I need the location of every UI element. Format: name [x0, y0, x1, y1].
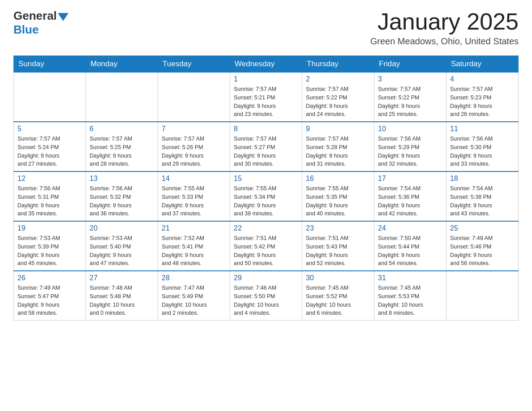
day-number: 10	[378, 125, 442, 133]
column-header-sunday: Sunday	[14, 56, 86, 73]
calendar-cell: 5Sunrise: 7:57 AM Sunset: 5:24 PM Daylig…	[14, 122, 86, 171]
day-number: 11	[450, 125, 515, 133]
calendar-cell: 11Sunrise: 7:56 AM Sunset: 5:30 PM Dayli…	[446, 122, 519, 171]
week-row-2: 5Sunrise: 7:57 AM Sunset: 5:24 PM Daylig…	[14, 122, 519, 171]
calendar-cell: 8Sunrise: 7:57 AM Sunset: 5:27 PM Daylig…	[230, 122, 302, 171]
column-header-friday: Friday	[374, 56, 446, 73]
day-number: 17	[378, 175, 442, 183]
day-number: 31	[378, 274, 442, 282]
week-row-3: 12Sunrise: 7:56 AM Sunset: 5:31 PM Dayli…	[14, 171, 519, 221]
week-row-4: 19Sunrise: 7:53 AM Sunset: 5:39 PM Dayli…	[14, 221, 519, 271]
calendar-cell: 29Sunrise: 7:46 AM Sunset: 5:50 PM Dayli…	[230, 271, 302, 321]
calendar-cell: 20Sunrise: 7:53 AM Sunset: 5:40 PM Dayli…	[86, 221, 158, 271]
day-info: Sunrise: 7:47 AM Sunset: 5:49 PM Dayligh…	[162, 284, 226, 317]
calendar-cell: 23Sunrise: 7:51 AM Sunset: 5:43 PM Dayli…	[302, 221, 374, 271]
calendar-cell: 10Sunrise: 7:56 AM Sunset: 5:29 PM Dayli…	[374, 122, 446, 171]
day-info: Sunrise: 7:49 AM Sunset: 5:46 PM Dayligh…	[450, 234, 515, 268]
calendar-cell: 9Sunrise: 7:57 AM Sunset: 5:28 PM Daylig…	[302, 122, 374, 171]
calendar-cell: 19Sunrise: 7:53 AM Sunset: 5:39 PM Dayli…	[14, 221, 86, 271]
calendar-cell: 24Sunrise: 7:50 AM Sunset: 5:44 PM Dayli…	[374, 221, 446, 271]
calendar-cell: 13Sunrise: 7:56 AM Sunset: 5:32 PM Dayli…	[86, 171, 158, 221]
day-number: 5	[17, 125, 82, 133]
day-info: Sunrise: 7:54 AM Sunset: 5:36 PM Dayligh…	[378, 184, 442, 218]
day-number: 22	[234, 224, 298, 232]
header-row: SundayMondayTuesdayWednesdayThursdayFrid…	[14, 56, 519, 73]
calendar-cell: 22Sunrise: 7:51 AM Sunset: 5:42 PM Dayli…	[230, 221, 302, 271]
calendar-cell: 25Sunrise: 7:49 AM Sunset: 5:46 PM Dayli…	[446, 221, 519, 271]
day-number: 25	[450, 224, 515, 232]
calendar-cell: 27Sunrise: 7:48 AM Sunset: 5:48 PM Dayli…	[86, 271, 158, 321]
week-row-1: 1Sunrise: 7:57 AM Sunset: 5:21 PM Daylig…	[14, 73, 519, 122]
day-info: Sunrise: 7:57 AM Sunset: 5:27 PM Dayligh…	[234, 135, 298, 168]
day-info: Sunrise: 7:57 AM Sunset: 5:21 PM Dayligh…	[234, 85, 298, 119]
calendar-cell: 28Sunrise: 7:47 AM Sunset: 5:49 PM Dayli…	[158, 271, 230, 321]
day-info: Sunrise: 7:57 AM Sunset: 5:22 PM Dayligh…	[378, 85, 442, 119]
day-number: 3	[378, 75, 442, 83]
day-number: 23	[306, 224, 370, 232]
day-number: 7	[162, 125, 226, 133]
day-number: 24	[378, 224, 442, 232]
calendar-cell: 31Sunrise: 7:45 AM Sunset: 5:53 PM Dayli…	[374, 271, 446, 321]
day-number: 2	[306, 75, 370, 83]
calendar-cell	[86, 73, 158, 122]
day-info: Sunrise: 7:45 AM Sunset: 5:52 PM Dayligh…	[306, 284, 370, 317]
calendar-table: SundayMondayTuesdayWednesdayThursdayFrid…	[13, 56, 519, 321]
day-number: 13	[90, 175, 154, 183]
day-info: Sunrise: 7:57 AM Sunset: 5:24 PM Dayligh…	[17, 135, 82, 168]
day-info: Sunrise: 7:57 AM Sunset: 5:25 PM Dayligh…	[90, 135, 154, 168]
calendar-cell: 30Sunrise: 7:45 AM Sunset: 5:52 PM Dayli…	[302, 271, 374, 321]
day-number: 9	[306, 125, 370, 133]
calendar-cell: 15Sunrise: 7:55 AM Sunset: 5:34 PM Dayli…	[230, 171, 302, 221]
day-info: Sunrise: 7:48 AM Sunset: 5:48 PM Dayligh…	[90, 284, 154, 317]
day-number: 12	[17, 175, 82, 183]
logo-general-text: General	[13, 9, 57, 23]
calendar-cell: 14Sunrise: 7:55 AM Sunset: 5:33 PM Dayli…	[158, 171, 230, 221]
column-header-thursday: Thursday	[302, 56, 374, 73]
calendar-cell	[446, 271, 519, 321]
day-info: Sunrise: 7:57 AM Sunset: 5:22 PM Dayligh…	[306, 85, 370, 119]
day-number: 1	[234, 75, 298, 83]
calendar-cell: 1Sunrise: 7:57 AM Sunset: 5:21 PM Daylig…	[230, 73, 302, 122]
day-info: Sunrise: 7:54 AM Sunset: 5:38 PM Dayligh…	[450, 184, 515, 218]
day-number: 20	[90, 224, 154, 232]
title-block: January 2025 Green Meadows, Ohio, United…	[370, 9, 519, 47]
day-info: Sunrise: 7:50 AM Sunset: 5:44 PM Dayligh…	[378, 234, 442, 268]
calendar-subtitle: Green Meadows, Ohio, United States	[370, 36, 519, 47]
day-number: 8	[234, 125, 298, 133]
day-info: Sunrise: 7:55 AM Sunset: 5:35 PM Dayligh…	[306, 184, 370, 218]
day-info: Sunrise: 7:49 AM Sunset: 5:47 PM Dayligh…	[17, 284, 82, 317]
day-number: 28	[162, 274, 226, 282]
column-header-saturday: Saturday	[446, 56, 519, 73]
day-info: Sunrise: 7:46 AM Sunset: 5:50 PM Dayligh…	[234, 284, 298, 317]
calendar-cell	[158, 73, 230, 122]
calendar-cell: 26Sunrise: 7:49 AM Sunset: 5:47 PM Dayli…	[14, 271, 86, 321]
day-number: 26	[17, 274, 82, 282]
day-info: Sunrise: 7:57 AM Sunset: 5:23 PM Dayligh…	[450, 85, 515, 119]
day-number: 27	[90, 274, 154, 282]
day-info: Sunrise: 7:57 AM Sunset: 5:28 PM Dayligh…	[306, 135, 370, 168]
day-info: Sunrise: 7:53 AM Sunset: 5:39 PM Dayligh…	[17, 234, 82, 268]
day-number: 14	[162, 175, 226, 183]
day-info: Sunrise: 7:56 AM Sunset: 5:30 PM Dayligh…	[450, 135, 515, 168]
logo: General Blue	[13, 9, 69, 37]
day-info: Sunrise: 7:45 AM Sunset: 5:53 PM Dayligh…	[378, 284, 442, 317]
week-row-5: 26Sunrise: 7:49 AM Sunset: 5:47 PM Dayli…	[14, 271, 519, 321]
day-number: 4	[450, 75, 515, 83]
page-header: General Blue January 2025 Green Meadows,…	[13, 9, 519, 47]
day-info: Sunrise: 7:52 AM Sunset: 5:41 PM Dayligh…	[162, 234, 226, 268]
logo-blue-text: Blue	[13, 23, 39, 37]
calendar-cell: 17Sunrise: 7:54 AM Sunset: 5:36 PM Dayli…	[374, 171, 446, 221]
day-info: Sunrise: 7:57 AM Sunset: 5:26 PM Dayligh…	[162, 135, 226, 168]
calendar-cell: 6Sunrise: 7:57 AM Sunset: 5:25 PM Daylig…	[86, 122, 158, 171]
calendar-cell: 16Sunrise: 7:55 AM Sunset: 5:35 PM Dayli…	[302, 171, 374, 221]
column-header-monday: Monday	[86, 56, 158, 73]
column-header-tuesday: Tuesday	[158, 56, 230, 73]
calendar-cell: 21Sunrise: 7:52 AM Sunset: 5:41 PM Dayli…	[158, 221, 230, 271]
logo-triangle-icon	[58, 13, 69, 21]
calendar-cell: 3Sunrise: 7:57 AM Sunset: 5:22 PM Daylig…	[374, 73, 446, 122]
day-info: Sunrise: 7:51 AM Sunset: 5:43 PM Dayligh…	[306, 234, 370, 268]
calendar-cell: 7Sunrise: 7:57 AM Sunset: 5:26 PM Daylig…	[158, 122, 230, 171]
column-header-wednesday: Wednesday	[230, 56, 302, 73]
day-number: 18	[450, 175, 515, 183]
day-info: Sunrise: 7:53 AM Sunset: 5:40 PM Dayligh…	[90, 234, 154, 268]
